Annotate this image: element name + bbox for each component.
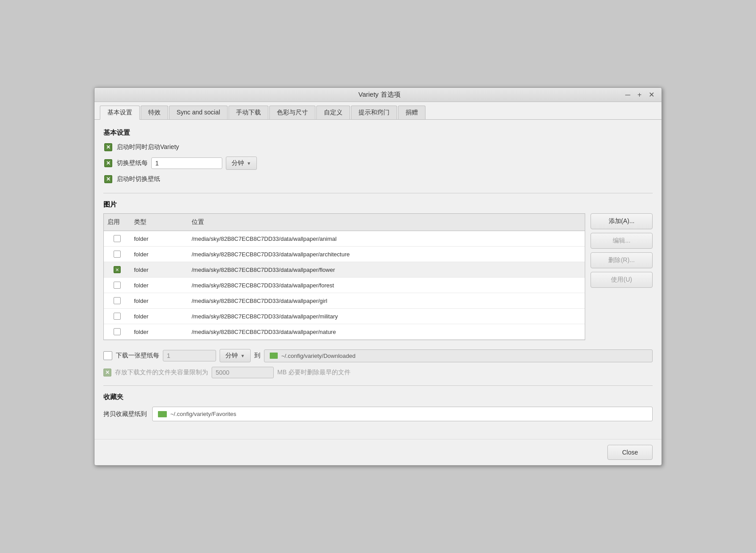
download-path-button[interactable]: ~/.config/variety/Downloaded bbox=[264, 349, 653, 362]
pictures-title: 图片 bbox=[103, 200, 653, 209]
table-header: 启用 类型 位置 bbox=[104, 214, 585, 231]
dropdown-arrow-icon: ▼ bbox=[247, 161, 251, 166]
table-row[interactable]: folder /media/sky/82B8C7ECB8C7DD33/data/… bbox=[104, 247, 585, 262]
col-location: 位置 bbox=[188, 216, 585, 228]
basic-settings-title: 基本设置 bbox=[103, 129, 653, 137]
close-button[interactable]: ✕ bbox=[647, 91, 656, 98]
row6-checkbox-cell[interactable] bbox=[104, 311, 130, 322]
favorites-path-button[interactable]: ~/.config/variety/Favorites bbox=[152, 407, 653, 421]
row3-checkbox-cell[interactable]: ✕ bbox=[104, 264, 130, 275]
switch-interval-checked-icon: ✕ bbox=[104, 159, 112, 167]
row6-checkbox[interactable] bbox=[114, 313, 121, 320]
tab-color-size[interactable]: 色彩与尺寸 bbox=[269, 106, 315, 119]
tab-sync-social[interactable]: Sync and social bbox=[169, 106, 228, 119]
favorites-folder-icon bbox=[158, 411, 167, 417]
separator-2 bbox=[103, 385, 653, 386]
table-row[interactable]: folder /media/sky/82B8C7ECB8C7DD33/data/… bbox=[104, 293, 585, 309]
switch-on-start-checkbox[interactable]: ✕ bbox=[103, 174, 113, 184]
storage-unit-label: MB 必要时删除最早的文件 bbox=[277, 369, 350, 377]
tab-basic-settings[interactable]: 基本设置 bbox=[100, 106, 140, 120]
basic-settings-section: 基本设置 ✕ 启动时同时启动Variety ✕ 切换壁纸每 分钟 ▼ bbox=[103, 129, 653, 184]
row2-checkbox[interactable] bbox=[114, 251, 121, 258]
switch-on-start-label: 启动时切换壁纸 bbox=[117, 175, 160, 183]
switch-interval-checkbox[interactable]: ✕ bbox=[103, 158, 113, 168]
tab-bar: 基本设置 特效 Sync and social 手动下载 色彩与尺寸 自定义 提… bbox=[94, 102, 662, 120]
switch-interval-input[interactable] bbox=[151, 157, 222, 169]
row4-location: /media/sky/82B8C7ECB8C7DD33/data/wallpap… bbox=[188, 280, 585, 290]
titlebar-controls: ─ + ✕ bbox=[623, 91, 656, 98]
pictures-section: 图片 启用 类型 位置 folder /media/sky bbox=[103, 200, 653, 340]
tab-custom[interactable]: 自定义 bbox=[316, 106, 350, 119]
favorites-copy-label: 拷贝收藏壁纸到 bbox=[103, 410, 147, 418]
main-content: 基本设置 ✕ 启动时同时启动Variety ✕ 切换壁纸每 分钟 ▼ bbox=[94, 120, 662, 439]
tab-tips[interactable]: 提示和窍门 bbox=[351, 106, 397, 119]
favorites-row: 拷贝收藏壁纸到 ~/.config/variety/Favorites bbox=[103, 407, 653, 421]
edit-button[interactable]: 编辑... bbox=[591, 233, 653, 249]
tab-donate[interactable]: 捐赠 bbox=[398, 106, 425, 119]
row3-type: folder bbox=[130, 265, 188, 275]
download-checkbox[interactable] bbox=[103, 351, 112, 360]
row3-checkbox[interactable]: ✕ bbox=[114, 266, 121, 273]
delete-button[interactable]: 删除(R)... bbox=[591, 252, 653, 268]
maximize-button[interactable]: + bbox=[636, 91, 643, 98]
download-path-label: ~/.config/variety/Downloaded bbox=[281, 353, 355, 359]
row7-location: /media/sky/82B8C7ECB8C7DD33/data/wallpap… bbox=[188, 327, 585, 337]
row6-location: /media/sky/82B8C7ECB8C7DD33/data/wallpap… bbox=[188, 311, 585, 322]
window-title: Variety 首选项 bbox=[135, 90, 623, 99]
table-row[interactable]: ✕ folder /media/sky/82B8C7ECB8C7DD33/dat… bbox=[104, 262, 585, 278]
switch-on-start-row: ✕ 启动时切换壁纸 bbox=[103, 174, 653, 184]
switch-unit-label: 分钟 bbox=[232, 159, 244, 167]
storage-value-input[interactable] bbox=[212, 367, 274, 378]
pictures-table: 启用 类型 位置 folder /media/sky/82B8C7ECB8C7D… bbox=[103, 213, 585, 340]
tab-effects[interactable]: 特效 bbox=[141, 106, 168, 119]
row4-checkbox[interactable] bbox=[114, 282, 121, 289]
autostart-checkbox[interactable]: ✕ bbox=[103, 142, 113, 152]
favorites-section: 收藏夹 拷贝收藏壁纸到 ~/.config/variety/Favorites bbox=[103, 393, 653, 421]
table-row[interactable]: folder /media/sky/82B8C7ECB8C7DD33/data/… bbox=[104, 309, 585, 324]
add-button[interactable]: 添加(A)... bbox=[591, 213, 653, 229]
table-row[interactable]: folder /media/sky/82B8C7ECB8C7DD33/data/… bbox=[104, 278, 585, 293]
switch-interval-row: ✕ 切换壁纸每 分钟 ▼ bbox=[103, 157, 653, 170]
row2-type: folder bbox=[130, 249, 188, 259]
titlebar: Variety 首选项 ─ + ✕ bbox=[94, 88, 662, 102]
col-enabled: 启用 bbox=[104, 216, 130, 228]
storage-checkbox[interactable]: ✕ bbox=[103, 369, 111, 377]
row1-checkbox[interactable] bbox=[114, 235, 121, 242]
download-interval-input[interactable] bbox=[163, 350, 216, 361]
close-dialog-button[interactable]: Close bbox=[607, 445, 653, 460]
side-buttons: 添加(A)... 编辑... 删除(R)... 使用(U) bbox=[591, 213, 653, 340]
table-row[interactable]: folder /media/sky/82B8C7ECB8C7DD33/data/… bbox=[104, 324, 585, 340]
row5-location: /media/sky/82B8C7ECB8C7DD33/data/wallpap… bbox=[188, 296, 585, 306]
main-window: Variety 首选项 ─ + ✕ 基本设置 特效 Sync and socia… bbox=[94, 87, 662, 466]
row7-type: folder bbox=[130, 327, 188, 337]
row4-checkbox-cell[interactable] bbox=[104, 280, 130, 290]
use-button[interactable]: 使用(U) bbox=[591, 272, 653, 288]
download-unit-dropdown[interactable]: 分钟 ▼ bbox=[220, 349, 251, 362]
row1-location: /media/sky/82B8C7ECB8C7DD33/data/wallpap… bbox=[188, 234, 585, 244]
col-type: 类型 bbox=[130, 216, 188, 228]
row1-checkbox-cell[interactable] bbox=[104, 233, 130, 244]
row5-checkbox[interactable] bbox=[114, 297, 121, 304]
row2-checkbox-cell[interactable] bbox=[104, 249, 130, 259]
favorites-path-label: ~/.config/variety/Favorites bbox=[170, 411, 236, 417]
download-to-label: 到 bbox=[254, 352, 260, 360]
minimize-button[interactable]: ─ bbox=[623, 91, 632, 98]
footer: Close bbox=[94, 439, 662, 465]
tab-manual-download[interactable]: 手动下载 bbox=[228, 106, 268, 119]
autostart-row: ✕ 启动时同时启动Variety bbox=[103, 142, 653, 152]
row1-type: folder bbox=[130, 234, 188, 244]
row5-type: folder bbox=[130, 296, 188, 306]
row2-location: /media/sky/82B8C7ECB8C7DD33/data/wallpap… bbox=[188, 249, 585, 259]
row7-checkbox-cell[interactable] bbox=[104, 326, 130, 337]
storage-row: ✕ 存放下载文件的文件夹容量限制为 MB 必要时删除最早的文件 bbox=[103, 367, 653, 378]
row3-location: /media/sky/82B8C7ECB8C7DD33/data/wallpap… bbox=[188, 265, 585, 275]
row7-checkbox[interactable] bbox=[114, 328, 121, 335]
row4-type: folder bbox=[130, 280, 188, 290]
switch-unit-dropdown[interactable]: 分钟 ▼ bbox=[226, 157, 257, 170]
separator-1 bbox=[103, 193, 653, 193]
row5-checkbox-cell[interactable] bbox=[104, 295, 130, 306]
table-row[interactable]: folder /media/sky/82B8C7ECB8C7DD33/data/… bbox=[104, 231, 585, 247]
switch-on-start-checked-icon: ✕ bbox=[104, 175, 112, 183]
storage-label: 存放下载文件的文件夹容量限制为 bbox=[115, 369, 208, 377]
autostart-checked-icon: ✕ bbox=[104, 143, 112, 151]
